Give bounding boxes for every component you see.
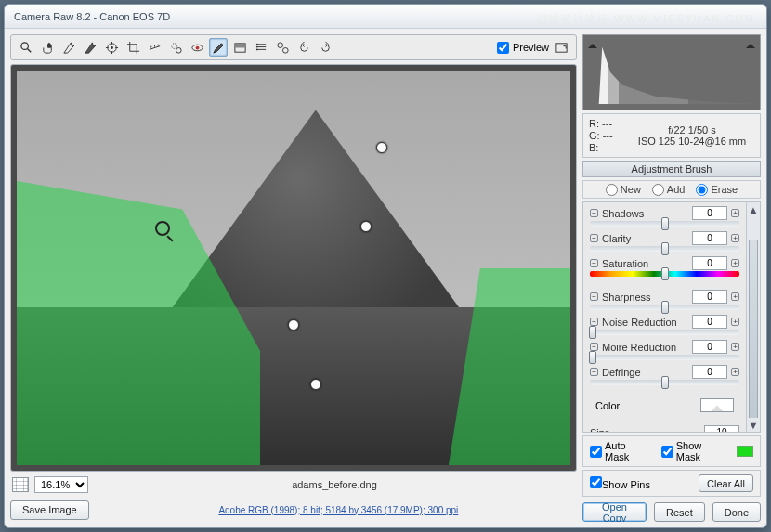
automask-checkbox[interactable]: Auto Mask bbox=[590, 440, 652, 462]
done-button[interactable]: Done bbox=[712, 502, 761, 522]
scroll-up-icon[interactable]: ▲ bbox=[747, 202, 760, 216]
fullscreen-toggle[interactable] bbox=[552, 38, 570, 57]
saturation-minus[interactable] bbox=[590, 259, 598, 267]
mode-add[interactable]: Add bbox=[652, 184, 686, 196]
showmask-checkbox[interactable]: Show Mask bbox=[661, 440, 728, 462]
title-bar[interactable]: Camera Raw 8.2 - Canon EOS 7D bbox=[5, 5, 766, 29]
spot-removal-tool[interactable] bbox=[166, 38, 185, 57]
clear-all-button[interactable]: Clear All bbox=[699, 474, 753, 492]
sliders-scrollbar[interactable]: ▲▼ bbox=[746, 202, 760, 432]
noise-value[interactable] bbox=[692, 315, 727, 329]
color-label: Color bbox=[595, 400, 695, 411]
noise-minus[interactable] bbox=[590, 318, 598, 326]
moire-label: Moire Reduction bbox=[602, 342, 688, 353]
svg-point-13 bbox=[255, 43, 257, 45]
pins-row: Show Pins Clear All bbox=[582, 470, 761, 497]
moire-value[interactable] bbox=[692, 340, 727, 354]
sharpness-value[interactable] bbox=[692, 290, 727, 304]
scroll-thumb[interactable] bbox=[749, 240, 758, 425]
mask-options: Auto Mask Show Mask bbox=[582, 435, 761, 467]
rotate-cw-tool[interactable] bbox=[316, 38, 334, 57]
svg-point-15 bbox=[255, 48, 257, 50]
sharpness-label: Sharpness bbox=[602, 292, 688, 303]
adjustment-pin[interactable] bbox=[376, 142, 387, 153]
zoom-tool[interactable] bbox=[17, 38, 35, 57]
showpins-checkbox[interactable]: Show Pins bbox=[590, 476, 650, 490]
defringe-slider[interactable] bbox=[590, 380, 739, 385]
g-label: G: bbox=[589, 130, 600, 141]
sharpness-minus[interactable] bbox=[590, 292, 598, 301]
sharpness-slider[interactable] bbox=[590, 305, 739, 310]
zoom-select[interactable]: 16.1% bbox=[34, 476, 88, 493]
shadows-slider[interactable] bbox=[590, 221, 739, 227]
color-swatch[interactable] bbox=[700, 398, 734, 412]
camera-raw-window: Camera Raw 8.2 - Canon EOS 7D 思缘设计论坛 WWW… bbox=[4, 4, 767, 528]
shadows-plus[interactable] bbox=[731, 209, 739, 217]
straighten-tool[interactable] bbox=[145, 38, 163, 57]
clarity-slider[interactable] bbox=[590, 246, 739, 252]
adjustment-pin[interactable] bbox=[288, 319, 299, 331]
preview-area[interactable] bbox=[10, 64, 577, 472]
white-balance-tool[interactable] bbox=[59, 38, 78, 57]
moire-plus[interactable] bbox=[731, 343, 739, 351]
saturation-slider[interactable] bbox=[590, 271, 739, 277]
adjustment-brush-tool[interactable] bbox=[209, 38, 228, 57]
sharpness-plus[interactable] bbox=[731, 292, 739, 301]
footer-right: Open Copy Reset Done bbox=[582, 500, 761, 522]
size-label: Size bbox=[590, 427, 700, 434]
preview-canvas[interactable] bbox=[17, 71, 570, 465]
filmstrip-toggle-icon[interactable] bbox=[12, 477, 29, 492]
scroll-down-icon[interactable]: ▼ bbox=[747, 418, 760, 432]
radial-filter-tool[interactable] bbox=[252, 38, 270, 57]
reset-button[interactable]: Reset bbox=[654, 502, 705, 522]
left-column: Preview 16.1% bbox=[10, 34, 577, 522]
save-image-button[interactable]: Save Image bbox=[10, 500, 89, 520]
noise-slider[interactable] bbox=[590, 330, 739, 335]
saturation-value[interactable] bbox=[692, 256, 727, 270]
noise-plus[interactable] bbox=[731, 318, 739, 326]
panel-title: Adjustment Brush bbox=[582, 161, 761, 177]
preview-checkbox[interactable]: Preview bbox=[497, 42, 549, 54]
hand-tool[interactable] bbox=[38, 38, 57, 57]
clarity-value[interactable] bbox=[692, 231, 727, 245]
zoom-bar: 16.1% adams_before.dng bbox=[10, 475, 577, 494]
rotate-ccw-tool[interactable] bbox=[294, 38, 313, 57]
moire-minus[interactable] bbox=[590, 343, 598, 351]
color-sampler-tool[interactable] bbox=[81, 38, 99, 57]
mode-new[interactable]: New bbox=[606, 184, 641, 196]
meta-iso: ISO 125 10-24@16 mm bbox=[638, 136, 746, 147]
svg-point-16 bbox=[277, 42, 282, 47]
prefs-tool[interactable] bbox=[273, 38, 292, 57]
graduated-filter-tool[interactable] bbox=[230, 38, 249, 57]
svg-line-1 bbox=[27, 48, 31, 52]
clarity-minus[interactable] bbox=[590, 234, 598, 242]
crop-tool[interactable] bbox=[124, 38, 142, 57]
shadows-label: Shadows bbox=[602, 208, 688, 219]
moire-slider[interactable] bbox=[590, 355, 739, 360]
mask-color-swatch[interactable] bbox=[737, 446, 753, 457]
shadows-value[interactable] bbox=[692, 206, 727, 220]
adjustment-pin[interactable] bbox=[360, 221, 372, 232]
svg-point-17 bbox=[282, 47, 288, 53]
histogram[interactable] bbox=[582, 34, 761, 110]
svg-point-7 bbox=[195, 45, 199, 49]
redeye-tool[interactable] bbox=[188, 38, 206, 57]
defringe-value[interactable] bbox=[692, 365, 727, 379]
target-adjust-tool[interactable] bbox=[102, 38, 121, 57]
svg-point-0 bbox=[20, 42, 28, 49]
defringe-plus[interactable] bbox=[731, 368, 739, 376]
brush-mode-bar: New Add Erase bbox=[582, 180, 761, 199]
adjustment-pin[interactable] bbox=[310, 379, 321, 390]
preview-check-input[interactable] bbox=[497, 42, 509, 54]
saturation-plus[interactable] bbox=[731, 259, 739, 267]
size-value[interactable] bbox=[704, 425, 739, 433]
shadows-minus[interactable] bbox=[590, 209, 598, 217]
shadow-clip-icon[interactable] bbox=[588, 39, 597, 48]
noise-label: Noise Reduction bbox=[602, 317, 688, 328]
workflow-options-link[interactable]: Adobe RGB (1998); 8 bit; 5184 by 3456 (1… bbox=[100, 505, 577, 515]
open-copy-button[interactable]: Open Copy bbox=[582, 502, 647, 522]
highlight-clip-icon[interactable] bbox=[746, 39, 755, 48]
mode-erase[interactable]: Erase bbox=[696, 184, 738, 196]
clarity-plus[interactable] bbox=[731, 234, 739, 242]
defringe-minus[interactable] bbox=[590, 368, 598, 376]
